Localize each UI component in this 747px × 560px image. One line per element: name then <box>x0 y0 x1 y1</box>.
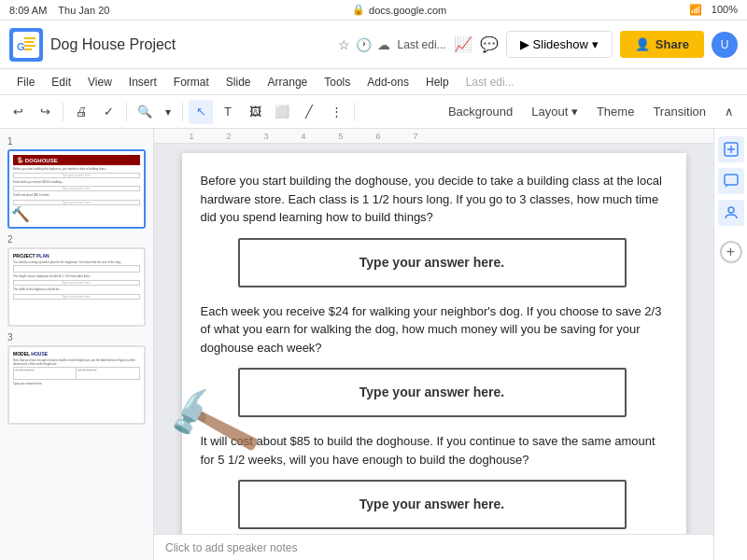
dropdown-arrow: ▾ <box>592 37 599 51</box>
sidebar-add-btn[interactable]: + <box>720 241 742 263</box>
more-tools[interactable]: ⋮ <box>324 100 348 124</box>
menu-view[interactable]: View <box>80 73 120 91</box>
speaker-notes-text: Click to add speaker notes <box>165 541 297 554</box>
shape-tool[interactable]: ⬜ <box>270 100 294 124</box>
main-area: 1 🐕 DOGHOUSE Before you start building t… <box>0 129 747 560</box>
image-tool[interactable]: 🖼 <box>243 100 267 124</box>
slide-panel: 1 🐕 DOGHOUSE Before you start building t… <box>0 129 154 560</box>
sidebar-icon-comment[interactable] <box>718 168 744 194</box>
menu-tools[interactable]: Tools <box>317 73 358 91</box>
slide-thumb-3[interactable]: 3 MODEL HOUSE Now that you have enough m… <box>7 332 146 425</box>
collapse-btn[interactable]: ∧ <box>717 100 741 124</box>
ruler: 1 2 3 4 5 6 7 <box>154 129 713 144</box>
transition-btn[interactable]: Transition <box>645 100 713 124</box>
title-icons: ☆ 🕐 ☁ <box>338 37 390 52</box>
answer-box-3[interactable]: Type your answer here. <box>238 480 627 529</box>
ruler-mark-7: 7 <box>397 132 434 141</box>
separator3 <box>182 103 183 121</box>
menu-file[interactable]: File <box>9 73 42 91</box>
slide-num-2: 2 <box>7 234 146 245</box>
svg-rect-2 <box>24 37 35 39</box>
separator2 <box>126 103 127 121</box>
star-icon[interactable]: ☆ <box>338 37 350 52</box>
menu-arrange[interactable]: Arrange <box>261 73 316 91</box>
ruler-mark-5: 5 <box>322 132 359 141</box>
sidebar-icon-person[interactable] <box>718 200 744 226</box>
slide-thumb-2[interactable]: 2 PROJECT PLAN You start by coming up wi… <box>7 234 146 327</box>
svg-rect-4 <box>24 45 35 47</box>
history-icon[interactable]: 🕐 <box>356 37 372 52</box>
status-day: Thu Jan 20 <box>58 5 109 16</box>
answer-box-1[interactable]: Type your answer here. <box>238 238 627 287</box>
status-time: 8:09 AM <box>9 5 47 16</box>
title-bar: G Dog House Project ☆ 🕐 ☁ Last edi... 📈 … <box>0 21 747 69</box>
ruler-mark-6: 6 <box>359 132 397 141</box>
theme-btn[interactable]: Theme <box>589 100 641 124</box>
last-edit-menu: Last edi... <box>458 73 522 91</box>
canvas-area: 1 2 3 4 5 6 7 🔨 Before you start buildin… <box>154 129 713 560</box>
title-actions: Last edi... 📈 💬 ▶ Slideshow ▾ 👤 Share U <box>398 31 738 58</box>
battery-status: 100% <box>712 4 738 16</box>
menu-bar: File Edit View Insert Format Slide Arran… <box>0 69 747 95</box>
select-tool[interactable]: ↖ <box>189 100 213 124</box>
menu-insert[interactable]: Insert <box>121 73 164 91</box>
svg-rect-3 <box>24 41 34 43</box>
main-slide: 🔨 Before you start building the doghouse… <box>182 153 686 534</box>
ruler-mark-1: 1 <box>173 132 210 141</box>
ruler-mark-2: 2 <box>210 132 247 141</box>
spellcheck-btn[interactable]: ✓ <box>96 100 120 124</box>
slide-thumb-1[interactable]: 1 🐕 DOGHOUSE Before you start building t… <box>7 136 146 229</box>
trend-icon: 📈 <box>454 35 472 53</box>
toolbar-right: Background Layout ▾ Theme Transition ∧ <box>441 100 741 124</box>
play-icon: ▶ <box>520 37 529 51</box>
status-domain: docs.google.com <box>369 5 446 16</box>
slide-num-3: 3 <box>7 332 146 343</box>
zoom-level: ▾ <box>160 104 176 120</box>
answer-box-2[interactable]: Type your answer here. <box>238 368 627 417</box>
ruler-mark-4: 4 <box>285 132 322 141</box>
svg-text:G: G <box>17 41 25 52</box>
sidebar-icon-explore[interactable] <box>718 136 744 162</box>
slide-num-1: 1 <box>7 136 146 147</box>
last-edit-label: Last edi... <box>398 38 446 51</box>
menu-slide[interactable]: Slide <box>218 73 259 91</box>
svg-rect-5 <box>24 49 32 50</box>
slide-canvas[interactable]: 🔨 Before you start building the doghouse… <box>154 144 713 534</box>
right-sidebar: + <box>713 129 747 560</box>
comment-icon: 💬 <box>480 35 499 53</box>
redo-btn[interactable]: ↪ <box>33 100 57 124</box>
toolbar: ↩ ↪ 🖨 ✓ 🔍 ▾ ↖ T 🖼 ⬜ ╱ ⋮ Background Layou… <box>0 95 747 129</box>
separator1 <box>63 103 63 121</box>
undo-btn[interactable]: ↩ <box>6 100 30 124</box>
menu-addons[interactable]: Add-ons <box>359 73 416 91</box>
wifi-icon: 📶 <box>689 4 702 16</box>
share-button[interactable]: 👤 Share <box>620 31 704 58</box>
doc-title: Dog House Project <box>50 36 331 53</box>
line-tool[interactable]: ╱ <box>297 100 321 124</box>
text-tool[interactable]: T <box>216 100 240 124</box>
avatar[interactable]: U <box>712 32 738 58</box>
zoom-btn[interactable]: 🔍 <box>133 100 157 124</box>
ruler-mark-3: 3 <box>247 132 285 141</box>
question-2: Each week you receive $24 for walking yo… <box>201 302 664 357</box>
layout-btn[interactable]: Layout ▾ <box>524 100 585 124</box>
separator4 <box>354 103 355 121</box>
background-btn[interactable]: Background <box>441 100 520 124</box>
question-3: It will cost about $85 to build the dogh… <box>201 432 664 469</box>
svg-point-11 <box>728 207 734 213</box>
person-icon: 👤 <box>635 37 650 51</box>
slideshow-button[interactable]: ▶ Slideshow ▾ <box>506 31 613 58</box>
menu-help[interactable]: Help <box>418 73 457 91</box>
app-logo: G <box>9 28 43 62</box>
menu-edit[interactable]: Edit <box>44 73 78 91</box>
print-btn[interactable]: 🖨 <box>69 100 93 124</box>
speaker-notes[interactable]: Click to add speaker notes <box>154 534 713 560</box>
lock-icon: 🔒 <box>352 4 365 16</box>
svg-rect-9 <box>725 175 738 185</box>
cloud-icon[interactable]: ☁ <box>377 37 390 52</box>
menu-format[interactable]: Format <box>166 73 217 91</box>
question-1: Before you start building the doghouse, … <box>201 172 664 227</box>
status-bar: 8:09 AM Thu Jan 20 🔒 docs.google.com 📶 1… <box>0 0 747 21</box>
